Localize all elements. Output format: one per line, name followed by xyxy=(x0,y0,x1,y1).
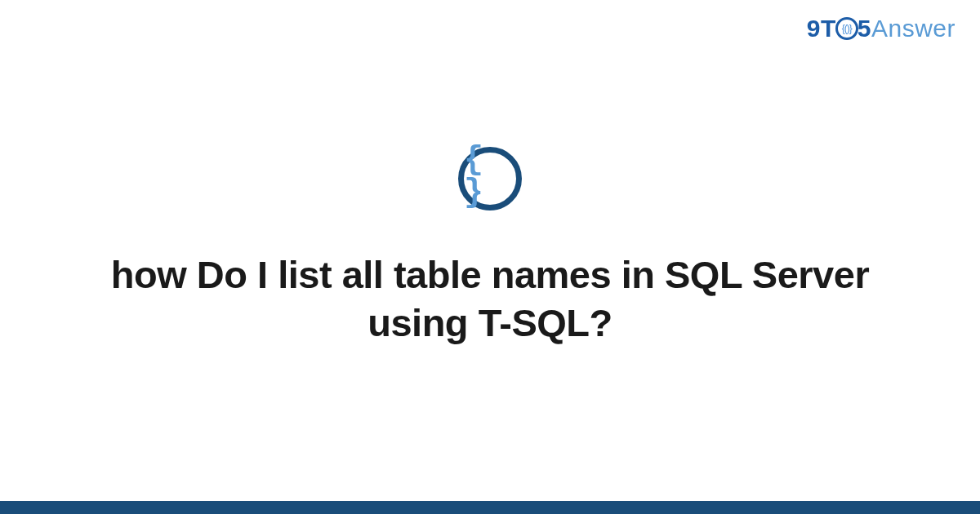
main-content: { } how Do I list all table names in SQL… xyxy=(0,147,980,348)
footer-accent-bar xyxy=(0,501,980,514)
logo-text-5: 5 xyxy=(858,15,871,42)
braces-glyph: { } xyxy=(464,144,516,210)
question-title: how Do I list all table names in SQL Ser… xyxy=(82,251,898,348)
logo-text-9t: 9T xyxy=(807,15,836,42)
site-logo[interactable]: 9T{()}5Answer xyxy=(807,15,956,42)
logo-text-answer: Answer xyxy=(871,15,956,42)
code-braces-icon: { } xyxy=(458,147,522,210)
logo-circle-inner: {()} xyxy=(842,23,852,34)
logo-circle-icon: {()} xyxy=(835,17,858,40)
